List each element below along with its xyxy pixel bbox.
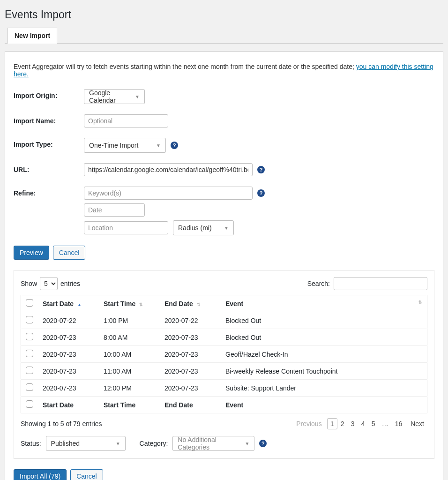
radius-value: Radius (mi) [178, 224, 212, 232]
page-button-5[interactable]: 5 [368, 418, 379, 429]
help-icon[interactable]: ? [171, 142, 178, 149]
row-checkbox[interactable] [26, 316, 33, 323]
col-start-time[interactable]: Start Time ⇅ [99, 295, 160, 312]
cell-event: Subsite: Support Lander [221, 380, 427, 397]
category-select[interactable]: No Additional Categories ▼ [172, 436, 254, 451]
show-label: Show [21, 280, 37, 287]
preview-table: Start Date ▲ Start Time ⇅ End Date ⇅ Eve… [21, 295, 427, 413]
prev-page-button[interactable]: Previous [293, 418, 325, 429]
preview-button[interactable]: Preview [14, 246, 49, 260]
search-input[interactable] [334, 277, 427, 290]
page-ellipsis: … [379, 418, 392, 429]
page-button-2[interactable]: 2 [337, 418, 348, 429]
import-all-button[interactable]: Import All (79) [14, 469, 67, 480]
import-type-select[interactable]: One-Time Import ▼ [84, 138, 166, 153]
import-origin-value: Google Calendar [89, 89, 130, 104]
cell-end-date: 2020-07-23 [160, 329, 221, 346]
import-name-input[interactable] [84, 114, 168, 128]
row-checkbox[interactable] [26, 333, 33, 340]
cancel-footer-button[interactable]: Cancel [70, 469, 103, 480]
tabs-wrapper: New Import [5, 28, 443, 44]
table-row: 2020-07-221:00 PM2020-07-22Blocked Out [21, 312, 427, 329]
table-row: 2020-07-2310:00 AM2020-07-23Geoff/Hazel … [21, 346, 427, 363]
entries-label: entries [60, 280, 80, 287]
row-checkbox[interactable] [26, 367, 33, 374]
col-end-date[interactable]: End Date ⇅ [160, 295, 221, 312]
url-label: URL: [14, 163, 84, 173]
refine-label: Refine: [14, 187, 84, 197]
help-icon[interactable]: ? [259, 440, 267, 447]
info-text: Event Aggregator will try to fetch event… [14, 63, 356, 70]
tab-new-import[interactable]: New Import [7, 28, 57, 44]
col-start-time-label: Start Time [104, 300, 135, 308]
cell-end-date: 2020-07-22 [160, 312, 221, 329]
col-event[interactable]: Event ⇅ [221, 295, 427, 312]
entries-select[interactable]: 5 [40, 277, 58, 290]
col-start-date[interactable]: Start Date ▲ [38, 295, 99, 312]
help-icon[interactable]: ? [257, 166, 265, 173]
caret-down-icon: ▼ [156, 143, 161, 148]
col-start-time-footer: Start Time [99, 397, 160, 413]
help-icon[interactable]: ? [257, 189, 265, 197]
table-row: 2020-07-2311:00 AM2020-07-23Bi-weekly Re… [21, 363, 427, 380]
content-card: Event Aggregator will try to fetch event… [5, 51, 443, 480]
cell-end-date: 2020-07-23 [160, 380, 221, 397]
pagination: Previous 12345…16 Next [293, 418, 427, 429]
radius-select[interactable]: Radius (mi) ▼ [173, 220, 234, 235]
next-page-button[interactable]: Next [407, 418, 427, 429]
select-all-checkbox[interactable] [26, 299, 33, 307]
col-end-date-label: End Date [164, 300, 193, 308]
table-row: 2020-07-238:00 AM2020-07-23Blocked Out [21, 329, 427, 346]
search-label: Search: [307, 280, 330, 287]
status-select[interactable]: Published ▼ [46, 436, 126, 451]
sort-icon: ⇅ [139, 302, 143, 307]
date-input[interactable] [84, 203, 145, 217]
caret-down-icon: ▼ [245, 441, 249, 446]
col-event-footer: Event [221, 397, 427, 413]
cell-start-date: 2020-07-23 [38, 329, 99, 346]
cancel-button[interactable]: Cancel [53, 246, 86, 260]
cell-start-time: 10:00 AM [99, 346, 160, 363]
col-start-date-footer: Start Date [38, 397, 99, 413]
select-all-checkbox-footer[interactable] [26, 400, 33, 408]
table-row: 2020-07-2312:00 PM2020-07-23Subsite: Sup… [21, 380, 427, 397]
col-event-label: Event [225, 300, 243, 308]
caret-down-icon: ▼ [224, 225, 229, 231]
preview-card: Show 5 entries Search: Start Date ▲ [14, 270, 434, 459]
sort-icon: ⇅ [418, 300, 422, 305]
cell-event: Bi-weekly Release Content Touchpoint [221, 363, 427, 380]
status-value: Published [51, 440, 80, 447]
sort-asc-icon: ▲ [77, 302, 82, 307]
caret-down-icon: ▼ [116, 441, 120, 446]
cell-start-date: 2020-07-22 [38, 312, 99, 329]
location-input[interactable] [84, 221, 168, 234]
page-button-1[interactable]: 1 [327, 418, 337, 429]
import-origin-select[interactable]: Google Calendar ▼ [84, 89, 145, 104]
cell-start-time: 11:00 AM [99, 363, 160, 380]
cell-start-date: 2020-07-23 [38, 380, 99, 397]
cell-end-date: 2020-07-23 [160, 363, 221, 380]
cell-end-date: 2020-07-23 [160, 346, 221, 363]
category-label: Category: [140, 440, 168, 447]
col-end-date-footer: End Date [160, 397, 221, 413]
cell-event: Geoff/Hazel Check-In [221, 346, 427, 363]
info-line: Event Aggregator will try to fetch event… [14, 63, 434, 78]
row-checkbox[interactable] [26, 350, 33, 357]
cell-start-time: 8:00 AM [99, 329, 160, 346]
page-title: Events Import [5, 8, 443, 21]
showing-text: Showing 1 to 5 of 79 entries [21, 420, 102, 428]
import-origin-label: Import Origin: [14, 89, 84, 99]
keywords-input[interactable] [84, 187, 253, 200]
cell-event: Blocked Out [221, 312, 427, 329]
page-button-4[interactable]: 4 [358, 418, 368, 429]
url-input[interactable] [84, 163, 253, 176]
import-type-value: One-Time Import [89, 142, 138, 149]
page-button-3[interactable]: 3 [348, 418, 358, 429]
col-start-date-label: Start Date [43, 300, 74, 308]
sort-icon: ⇅ [197, 302, 201, 307]
cell-event: Blocked Out [221, 329, 427, 346]
page-button-16[interactable]: 16 [392, 418, 406, 429]
row-checkbox[interactable] [26, 383, 33, 391]
cell-start-time: 12:00 PM [99, 380, 160, 397]
import-type-label: Import Type: [14, 138, 84, 148]
